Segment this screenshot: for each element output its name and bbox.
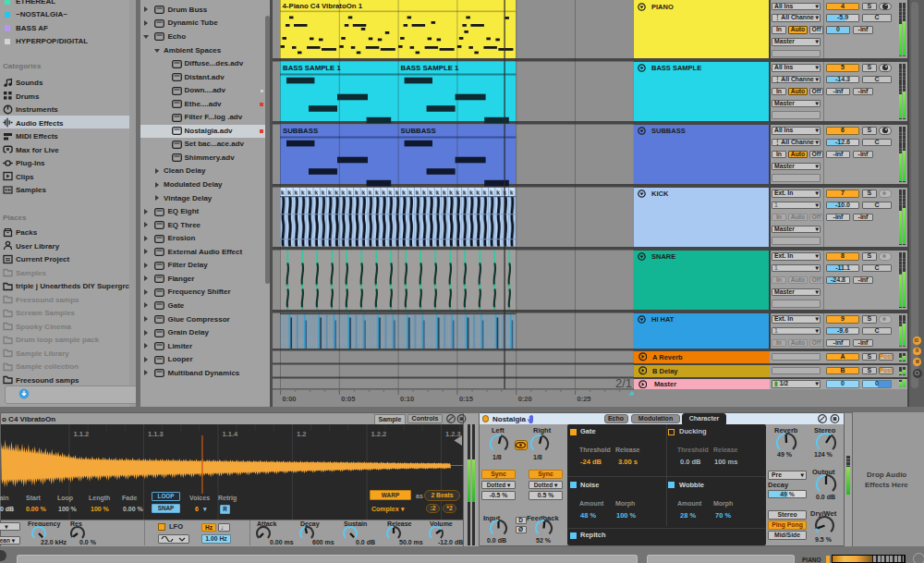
svg-text:SUBBASS: SUBBASS: [401, 127, 436, 135]
svg-text:BASS SAMPLE 1: BASS SAMPLE 1: [401, 64, 459, 72]
svg-text:1.2: 1.2: [297, 430, 306, 438]
svg-text:0:20: 0:20: [518, 395, 532, 403]
svg-text:0:25: 0:25: [578, 395, 591, 403]
svg-text:4-Piano C4 VibratoOn 1: 4-Piano C4 VibratoOn 1: [283, 2, 363, 10]
svg-text:2/1: 2/1: [615, 376, 632, 390]
svg-text:1.2.2: 1.2.2: [371, 430, 387, 438]
svg-text:0:10: 0:10: [400, 395, 414, 403]
svg-text:1.1.4: 1.1.4: [223, 430, 239, 438]
svg-text:0:05: 0:05: [341, 395, 355, 403]
svg-text:0:15: 0:15: [459, 395, 473, 403]
svg-text:0:00: 0:00: [283, 395, 297, 403]
svg-text:1.1.3: 1.1.3: [148, 430, 164, 438]
svg-text:1.1.2: 1.1.2: [74, 430, 90, 438]
svg-text:SUBBASS: SUBBASS: [283, 127, 318, 135]
svg-text:BASS SAMPLE 1: BASS SAMPLE 1: [283, 64, 341, 72]
svg-text:1.2.3: 1.2.3: [445, 430, 461, 438]
